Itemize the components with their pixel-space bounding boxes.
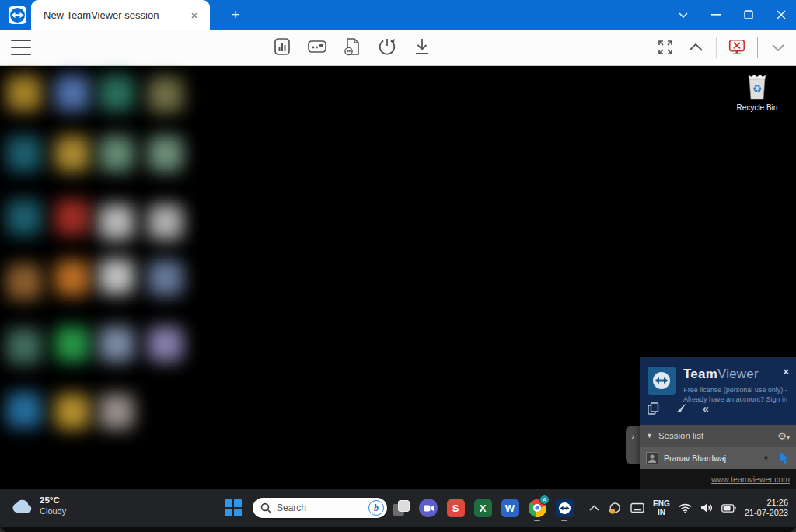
collapse-left-chevrons-icon[interactable]: « <box>703 402 709 415</box>
panel-close-button[interactable]: × <box>783 366 789 377</box>
blurred-icon <box>99 259 134 294</box>
toolbar-divider-red <box>757 37 758 58</box>
teams-chat-button[interactable] <box>419 499 438 517</box>
touch-keyboard-icon[interactable] <box>630 502 644 513</box>
close-window-button[interactable] <box>774 8 788 22</box>
toolbar-center-actions <box>272 35 432 58</box>
blurred-icon <box>54 200 90 235</box>
panel-footer: www.teamviewer.com <box>640 469 796 489</box>
brush-icon[interactable] <box>675 402 687 415</box>
search-input[interactable] <box>277 502 368 513</box>
recycle-bin-shortcut[interactable]: ♻ Recycle Bin <box>732 72 782 112</box>
session-tab-title: New TeamViewer session <box>44 9 187 21</box>
recycle-bin-icon: ♻ <box>744 72 770 102</box>
restart-icon[interactable] <box>377 35 397 58</box>
panel-header: TeamViewer × Free license (personal use … <box>640 357 796 425</box>
clock-date: 21-07-2023 <box>745 508 788 519</box>
toolbar-right-actions <box>655 35 788 60</box>
chrome-button[interactable]: A <box>528 499 546 517</box>
blurred-icon <box>99 75 134 111</box>
taskbar-search[interactable]: b <box>253 498 387 518</box>
session-toolbar <box>0 30 796 66</box>
snagit-icon: S <box>447 499 465 517</box>
session-options-chevron-down-icon[interactable] <box>768 36 788 59</box>
svg-text:♻: ♻ <box>752 82 763 95</box>
task-view-icon <box>398 500 410 512</box>
fullscreen-expand-icon[interactable] <box>655 36 676 59</box>
download-icon[interactable] <box>412 35 432 58</box>
blurred-icon <box>54 75 90 111</box>
taskbar-clock[interactable]: 21:26 21-07-2023 <box>745 498 788 519</box>
teamviewer-logo-icon <box>8 5 27 25</box>
gear-caret-icon: ▾ <box>787 434 790 441</box>
session-user-row[interactable]: Pranav Bhardwaj ▼ <box>640 447 796 469</box>
remote-desktop-viewport[interactable]: ♻ Recycle Bin › TeamViewer × Free licens… <box>0 66 796 489</box>
wifi-icon[interactable] <box>679 503 692 513</box>
panel-teamviewer-logo-icon <box>648 367 676 395</box>
menu-hamburger-icon[interactable] <box>11 40 31 55</box>
blurred-icon <box>54 260 90 296</box>
tray-sync-icon[interactable] <box>608 501 622 515</box>
teamviewer-taskbar-icon <box>556 499 574 517</box>
copy-icon[interactable] <box>648 402 659 415</box>
task-view-button[interactable] <box>392 499 410 517</box>
word-button[interactable]: W <box>501 499 519 517</box>
handle-chevron-right-icon: › <box>631 432 634 464</box>
volume-icon[interactable] <box>700 502 713 513</box>
brand-viewer: Viewer <box>717 367 759 381</box>
tab-close-button[interactable]: × <box>187 7 202 23</box>
close-session-icon[interactable] <box>727 36 747 59</box>
session-user-name: Pranav Bhardwaj <box>664 454 757 463</box>
excel-icon: X <box>474 499 492 517</box>
language-line2: IN <box>658 508 665 516</box>
language-indicator[interactable]: ENG IN <box>653 499 670 516</box>
blurred-icon <box>6 329 42 364</box>
file-transfer-icon[interactable] <box>342 35 362 58</box>
bing-icon[interactable]: b <box>368 500 384 516</box>
battery-icon[interactable] <box>721 504 736 513</box>
session-tab[interactable]: New TeamViewer session × <box>31 0 210 30</box>
teamviewer-taskbar-button[interactable] <box>555 499 574 517</box>
user-dropdown-caret-icon[interactable]: ▼ <box>763 454 770 462</box>
remote-toolbar-icon[interactable] <box>307 35 327 58</box>
weather-condition: Cloudy <box>40 506 66 516</box>
recycle-bin-label: Recycle Bin <box>737 103 778 112</box>
blurred-icon <box>6 392 42 428</box>
chat-video-icon <box>419 499 438 517</box>
blurred-icon <box>99 394 134 429</box>
blurred-icon <box>148 204 183 240</box>
cloud-icon <box>11 499 33 513</box>
panel-collapse-handle[interactable]: › <box>626 426 640 464</box>
snagit-button[interactable]: S <box>446 499 465 517</box>
session-list-header[interactable]: ▼ Session list ⚙▾ <box>640 425 796 447</box>
taskbar-weather-widget[interactable]: 25°C Cloudy <box>11 495 66 516</box>
language-line1: ENG <box>653 499 670 508</box>
collapse-toolbar-chevron-up-icon[interactable] <box>686 36 706 59</box>
teamviewer-website-link[interactable]: www.teamviewer.com <box>711 475 790 484</box>
excel-button[interactable]: X <box>473 499 492 517</box>
screenshot-frame-edge <box>0 527 796 532</box>
blurred-icon <box>99 204 134 240</box>
blurred-icon <box>148 260 183 296</box>
toolbar-divider <box>716 37 717 58</box>
weather-text: 25°C Cloudy <box>40 495 66 516</box>
new-tab-button[interactable]: + <box>227 6 244 23</box>
blurred-icon <box>54 326 90 362</box>
start-logo-icon <box>234 509 242 516</box>
session-settings-gear-icon[interactable]: ⚙▾ <box>777 430 790 442</box>
gear-glyph: ⚙ <box>777 430 787 442</box>
running-indicator <box>561 520 567 522</box>
tray-hidden-icons-chevron-up[interactable] <box>589 505 599 511</box>
minimize-button[interactable] <box>709 8 723 22</box>
teamviewer-panel: TeamViewer × Free license (personal use … <box>640 357 796 489</box>
license-line1: Free license (personal use only) - <box>680 385 791 395</box>
window-controls <box>676 0 788 30</box>
start-logo-icon <box>225 499 232 507</box>
start-button[interactable] <box>225 499 242 516</box>
titlebar-chevron-down-icon[interactable] <box>676 8 690 22</box>
blurred-icon <box>148 326 183 362</box>
maximize-button[interactable] <box>742 8 756 22</box>
app-logo <box>5 2 30 28</box>
performance-stats-icon[interactable] <box>272 35 292 58</box>
chrome-profile-badge: A <box>539 495 550 505</box>
